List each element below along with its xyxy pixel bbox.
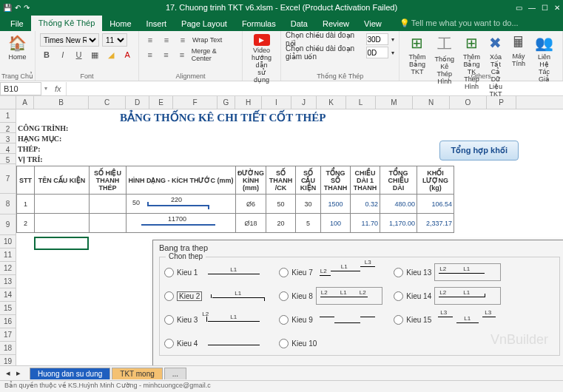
tab-page-layout[interactable]: Page Layout [174, 16, 235, 31]
fx-icon[interactable]: fx [50, 84, 66, 93]
tab-file[interactable]: File [3, 16, 31, 31]
row-header[interactable]: 13 [0, 275, 16, 288]
align-left-button[interactable]: ≡ [144, 48, 157, 61]
may-tinh-button[interactable]: 🖩Máy Tính [507, 33, 530, 69]
cell[interactable]: 2 [17, 214, 35, 233]
tab-view[interactable]: View [357, 16, 389, 31]
video-guide-button[interactable]: ▶ Video hướng dẫn sử dụng [247, 33, 276, 85]
opt-bend-length-input[interactable] [366, 47, 388, 58]
tong-hop-khoi-button[interactable]: Tổng hợp khối [439, 141, 519, 160]
sheet-tab-more[interactable]: ... [164, 368, 186, 379]
col-header[interactable]: P [487, 96, 516, 109]
row-header[interactable]: 8 [0, 194, 16, 214]
font-color-button[interactable]: A [121, 48, 134, 61]
col-header[interactable]: G [218, 96, 235, 109]
align-top-button[interactable]: ≡ [144, 33, 157, 47]
tab-review[interactable]: Review [315, 16, 357, 31]
row-header[interactable]: 3 [0, 133, 16, 143]
ribbon-opts-icon[interactable]: ▭ [516, 4, 522, 12]
cell[interactable] [90, 214, 127, 233]
col-header[interactable]: A [16, 96, 34, 109]
dropdown-icon[interactable]: ▾ [391, 50, 394, 56]
col-header[interactable]: F [173, 96, 218, 109]
kieu-7-option[interactable]: Kieu 7L2L1L3 [279, 263, 386, 281]
cell[interactable]: 100 [321, 214, 351, 233]
row-header[interactable]: 17 [0, 328, 16, 342]
italic-button[interactable]: I [56, 48, 70, 61]
kieu-13-option[interactable]: Kieu 13L2L1 [394, 263, 501, 281]
row-header[interactable]: 10 [0, 235, 16, 249]
col-header[interactable]: C [89, 96, 126, 109]
row-header[interactable]: 14 [0, 288, 16, 302]
font-size-select[interactable]: 11 [102, 33, 127, 47]
row-header[interactable]: 4 [0, 143, 16, 154]
col-header[interactable]: M [376, 96, 413, 109]
col-header[interactable]: N [413, 96, 450, 109]
row-header[interactable]: 2 [0, 123, 16, 133]
sheet-tab-huongdan[interactable]: Huong dan su dung [30, 368, 110, 379]
cell[interactable] [90, 195, 127, 214]
col-header[interactable]: J [291, 96, 317, 109]
home-button[interactable]: 🏠 Home [4, 33, 30, 62]
col-header[interactable]: I [262, 96, 291, 109]
col-header[interactable]: H [235, 96, 262, 109]
close-icon[interactable]: ✕ [554, 4, 560, 12]
tab-formulas[interactable]: Formulas [235, 16, 283, 31]
save-icon[interactable]: 💾 [3, 4, 12, 12]
shape-cell[interactable]: 11700 [127, 214, 236, 233]
dropdown-icon[interactable]: ▾ [391, 36, 394, 43]
align-mid-button[interactable]: ≡ [160, 33, 173, 47]
sheet-tab-tktmong[interactable]: TKT mong [112, 368, 163, 379]
row-header[interactable]: 5 [0, 154, 16, 164]
row-header[interactable]: 18 [0, 342, 16, 355]
align-right-button[interactable]: ≡ [175, 48, 189, 61]
cell[interactable]: Ø18 [236, 214, 266, 233]
them-bang-tk-thep-hinh-button[interactable]: ⊞Thêm Bảng TK Thép Hình [459, 33, 485, 92]
maximize-icon[interactable]: ☐ [542, 4, 548, 12]
row-header[interactable]: 16 [0, 315, 16, 328]
kieu-8-option[interactable]: Kieu 8L2L1L2 [279, 287, 386, 305]
xoa-du-lieu-button[interactable]: ✖Xóa Tất Cả Dữ Liệu TKT [485, 33, 507, 99]
cell[interactable]: 5 [296, 214, 321, 233]
tab-data[interactable]: Data [283, 16, 315, 31]
kieu-10-option[interactable]: Kieu 10 [279, 334, 386, 352]
cell[interactable]: 0.32 [351, 195, 380, 214]
cell[interactable]: 106.54 [417, 195, 454, 214]
col-header[interactable]: D [126, 96, 149, 109]
undo-icon[interactable]: ↶ [15, 4, 21, 12]
col-header[interactable]: E [149, 96, 173, 109]
cell[interactable]: 30 [296, 195, 321, 214]
opt-join-length-input[interactable] [366, 33, 388, 45]
wrap-text-button[interactable]: Wrap Text [192, 36, 222, 44]
font-name-select[interactable]: Times New Ro [40, 33, 99, 47]
row-header[interactable]: 1 [0, 109, 16, 123]
name-box[interactable]: B10 [0, 82, 41, 95]
row-header[interactable]: 11 [0, 249, 16, 262]
sheet-nav-prev-icon[interactable]: ◂ [6, 368, 10, 378]
row-header[interactable]: 15 [0, 302, 16, 315]
kieu-3-option[interactable]: Kieu 3L2L1 [164, 311, 272, 328]
cell[interactable]: Ø6 [236, 195, 266, 214]
cell[interactable]: 50 [266, 195, 296, 214]
kieu-2-option[interactable]: Kieu 2L1 [164, 287, 272, 305]
align-bot-button[interactable]: ≡ [176, 33, 189, 47]
active-cell-b10[interactable] [34, 237, 89, 250]
cell[interactable]: 1 [17, 195, 35, 214]
kieu-9-option[interactable]: Kieu 9 [279, 311, 386, 328]
cell[interactable]: 1500 [321, 195, 351, 214]
col-header[interactable]: B [34, 96, 89, 109]
cell[interactable] [35, 214, 90, 233]
row-header[interactable]: 9 [0, 214, 16, 235]
tab-insert[interactable]: Insert [139, 16, 175, 31]
kieu-4-option[interactable]: Kieu 4 [164, 334, 272, 352]
align-center-button[interactable]: ≡ [160, 48, 173, 61]
kieu-14-option[interactable]: Kieu 14L2L1 [394, 287, 501, 305]
redo-icon[interactable]: ↷ [24, 4, 30, 12]
cell[interactable]: 480.00 [380, 195, 417, 214]
underline-button[interactable]: U [73, 48, 86, 61]
them-bang-tkt-button[interactable]: ⊞Thêm Bảng TKT [404, 33, 430, 77]
kieu-1-option[interactable]: Kieu 1L1 [164, 263, 272, 281]
fill-color-button[interactable]: ◢ [104, 48, 118, 61]
col-header[interactable]: O [450, 96, 487, 109]
col-header[interactable]: K [317, 96, 346, 109]
